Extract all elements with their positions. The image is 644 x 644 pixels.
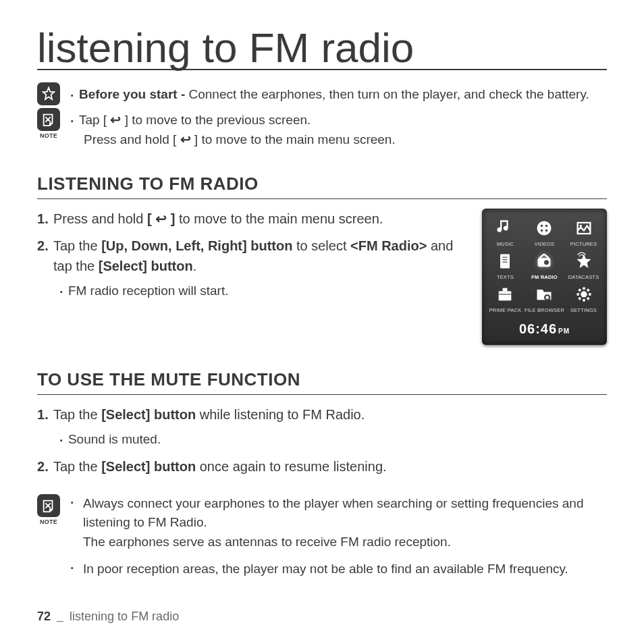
device-time: 06:46PM	[489, 321, 600, 337]
back-icon: ↪	[155, 209, 167, 229]
device-menu-item: VIDEOS	[525, 218, 564, 247]
note-label: NOTE	[40, 518, 57, 525]
svg-point-3	[541, 230, 543, 232]
svg-rect-13	[503, 288, 508, 292]
svg-point-5	[579, 225, 582, 227]
section-heading-mute: TO USE THE MUTE FUNCTION	[37, 369, 607, 395]
back-icon: ↪	[180, 130, 191, 150]
svg-point-11	[544, 260, 549, 265]
mute-step-1: Tap the [Select] button while listening …	[37, 404, 607, 450]
note-icon	[37, 108, 60, 131]
intro-block: Before you start - Connect the earphones…	[37, 82, 607, 149]
mute-step-2: Tap the [Select] button once again to re…	[37, 456, 607, 477]
svg-rect-12	[499, 291, 512, 300]
device-menu-item: MUSIC	[489, 218, 522, 247]
step2-sub: FM radio reception will start.	[60, 281, 467, 301]
svg-point-1	[541, 225, 543, 227]
note-bullet-2: In poor reception areas, the player may …	[71, 560, 607, 579]
note-icon	[37, 494, 60, 517]
section-heading-listening: LISTENING TO FM RADIO	[37, 173, 607, 199]
device-menu-item: FILE BROWSER	[525, 284, 564, 313]
tip-line-2: Press and hold [ ↪ ] to move to the main…	[71, 130, 396, 150]
device-menu-item: DATACASTS	[567, 251, 600, 280]
tip-line-1: Tap [ ↪ ] to move to the previous screen…	[71, 111, 396, 130]
page-title: listening to FM radio	[37, 27, 607, 70]
device-menu-item: FM RADIO	[525, 251, 564, 280]
star-icon	[37, 82, 60, 105]
page-footer: 72 _ listening to FM radio	[37, 610, 179, 624]
before-you-start-line: Before you start - Connect the earphones…	[71, 85, 589, 105]
svg-point-2	[545, 225, 548, 227]
svg-point-0	[537, 221, 552, 236]
step-1: Press and hold [ ↪ ] to move to the main…	[37, 209, 467, 229]
svg-point-17	[581, 291, 587, 297]
svg-rect-6	[500, 254, 510, 269]
device-mockup: MUSICVIDEOSPICTURESTEXTSFM RADIODATACAST…	[482, 209, 607, 345]
device-menu-item: PICTURES	[567, 218, 600, 247]
device-menu-item: SETTINGS	[567, 284, 600, 313]
step-2: Tap the [Up, Down, Left, Right] button t…	[37, 236, 467, 301]
back-icon: ↪	[110, 111, 121, 130]
svg-point-4	[545, 230, 548, 232]
device-menu-item: TEXTS	[489, 251, 522, 280]
note-label: NOTE	[40, 132, 57, 139]
device-menu-item: PRIME PACK	[489, 284, 522, 313]
mute-step1-sub: Sound is muted.	[60, 430, 607, 450]
note-bullet-1: Always connect your earphones to the pla…	[71, 494, 607, 552]
